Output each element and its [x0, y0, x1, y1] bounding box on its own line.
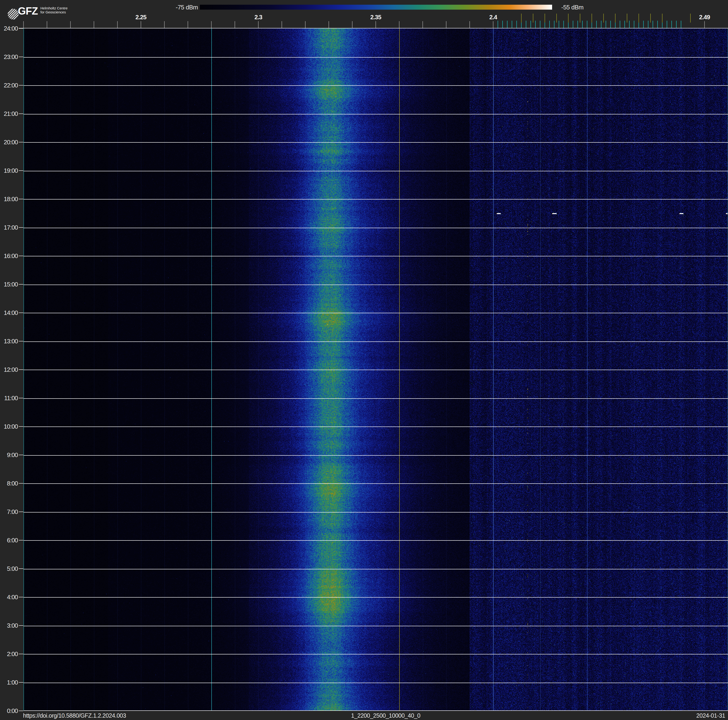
wifi-channel-tick	[639, 14, 639, 23]
time-tick-label: 3:00	[0, 622, 18, 629]
freq-major-tick	[258, 21, 258, 28]
gfz-logo-acronym: GFZ	[18, 5, 38, 17]
ble-channel-tick	[634, 21, 634, 28]
time-tick-label: 18:00	[0, 196, 18, 202]
wifi-channel-tick	[521, 14, 522, 23]
freq-major-tick	[164, 21, 165, 28]
ble-channel-tick	[671, 21, 672, 28]
wifi-channel-tick	[592, 14, 592, 23]
time-tick-label: 20:00	[0, 139, 18, 146]
freq-major-tick	[329, 21, 329, 28]
doi-link: https://doi.org/10.5880/GFZ.1.2.2024.003	[23, 712, 126, 719]
freq-major-tick	[470, 21, 470, 28]
freq-major-tick	[235, 21, 235, 28]
ble-channel-tick	[648, 21, 648, 28]
ble-channel-tick	[657, 21, 658, 28]
time-tick	[19, 113, 23, 114]
ble-channel-tick	[596, 21, 597, 28]
freq-major-tick	[352, 21, 352, 28]
time-tick	[19, 313, 23, 313]
spectrogram-heatmap	[23, 28, 728, 711]
freq-tick-label: 2.4	[483, 14, 504, 21]
time-tick-label: 4:00	[0, 594, 18, 601]
time-tick-label: 16:00	[0, 252, 18, 259]
freq-major-tick	[141, 21, 141, 28]
wifi-channel-tick	[533, 14, 533, 23]
ble-channel-tick	[531, 21, 531, 28]
freq-major-tick	[704, 21, 705, 28]
wifi-channel-tick	[690, 14, 691, 23]
time-tick-label: 15:00	[0, 281, 18, 288]
gfz-logo-subtitle-line2: for Geosciences	[40, 10, 67, 14]
ble-channel-tick	[516, 21, 517, 28]
time-tick	[19, 85, 23, 86]
ble-channel-tick	[667, 21, 667, 28]
freq-major-tick	[399, 21, 399, 28]
wifi-channel-tick	[556, 14, 557, 23]
ble-channel-tick	[526, 21, 526, 28]
ble-channel-tick	[507, 21, 508, 28]
time-tick-label: 1:00	[0, 679, 18, 686]
ble-channel-tick	[620, 21, 620, 28]
wifi-channel-tick	[544, 14, 545, 23]
ble-channel-tick	[578, 21, 578, 28]
time-tick-label: 8:00	[0, 480, 18, 487]
time-tick	[19, 426, 23, 427]
time-tick	[19, 57, 23, 57]
time-tick	[19, 284, 23, 285]
time-tick	[19, 512, 23, 512]
ble-channel-tick	[676, 21, 677, 28]
time-tick	[19, 682, 23, 683]
time-tick-label: 14:00	[0, 309, 18, 316]
ble-channel-tick	[540, 21, 540, 28]
time-tick-label: 17:00	[0, 224, 18, 231]
time-tick-label: 21:00	[0, 110, 18, 117]
ble-channel-tick	[582, 21, 583, 28]
ble-channel-tick	[624, 21, 625, 28]
time-tick-label: 22:00	[0, 82, 18, 89]
wifi-channel-tick	[662, 14, 662, 23]
ble-channel-tick	[554, 21, 554, 28]
freq-tick-label: 2.3	[248, 14, 269, 21]
freq-tick-label: 2.49	[694, 14, 715, 21]
ble-channel-tick	[681, 21, 681, 28]
ble-channel-tick	[563, 21, 564, 28]
ble-channel-tick	[610, 21, 611, 28]
time-tick	[19, 369, 23, 370]
time-tick-label: 0:00	[0, 707, 18, 714]
colorbar-min-label: -75 dBm	[164, 4, 198, 11]
ble-channel-tick	[512, 21, 512, 28]
time-tick-label: 10:00	[0, 423, 18, 430]
colorbar-max-label: -55 dBm	[561, 4, 608, 11]
freq-major-tick	[376, 21, 376, 28]
time-tick	[19, 227, 23, 228]
ble-channel-tick	[643, 21, 644, 28]
ble-channel-tick	[653, 21, 653, 28]
date-label: 2024-01-31	[696, 712, 725, 719]
time-tick	[19, 711, 23, 711]
freq-major-tick	[281, 21, 282, 28]
time-tick	[19, 28, 23, 29]
time-tick	[19, 540, 23, 541]
time-tick-label: 23:00	[0, 54, 18, 60]
wifi-channel-tick	[603, 14, 604, 23]
wifi-channel-tick	[615, 14, 615, 23]
freq-major-tick	[117, 21, 118, 28]
wifi-channel-tick	[568, 14, 569, 23]
time-tick-label: 2:00	[0, 650, 18, 657]
freq-major-tick	[94, 21, 94, 28]
freq-major-tick	[305, 21, 306, 28]
time-tick	[19, 654, 23, 654]
freq-tick-label: 2.25	[130, 14, 151, 21]
wifi-channel-tick	[627, 14, 627, 23]
freq-major-tick	[70, 21, 71, 28]
freq-major-tick	[422, 21, 423, 28]
wifi-channel-tick	[650, 14, 651, 23]
time-tick	[19, 170, 23, 171]
freq-major-tick	[446, 21, 447, 28]
time-tick	[19, 142, 23, 142]
ble-channel-tick	[559, 21, 559, 28]
time-tick-label: 19:00	[0, 167, 18, 174]
freq-major-tick	[211, 21, 212, 28]
ble-channel-tick	[549, 21, 550, 28]
